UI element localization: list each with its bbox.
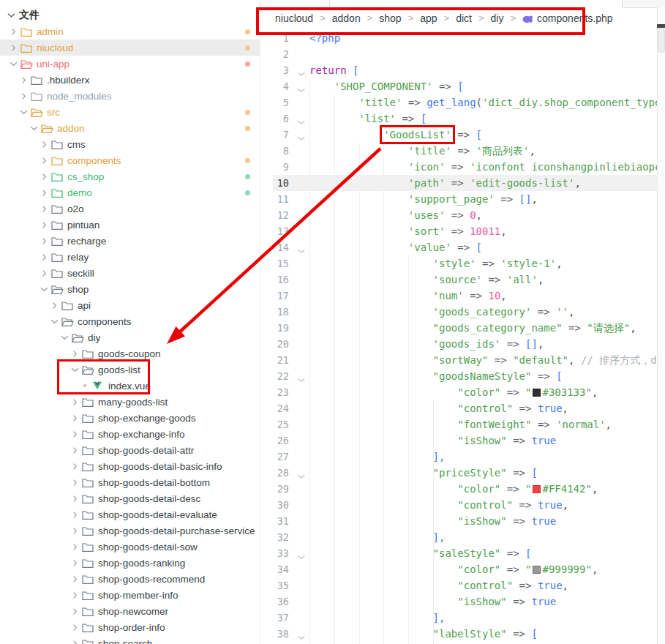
chevron-right-icon[interactable] xyxy=(49,300,59,310)
chevron-right-icon[interactable] xyxy=(69,542,80,552)
tree-item-addon[interactable]: addon xyxy=(0,120,260,136)
fold-chevron-icon[interactable] xyxy=(298,629,305,644)
tree-item-shop-goods-recommend[interactable]: shop-goods-recommend xyxy=(0,571,260,587)
tree-item-api[interactable]: api xyxy=(0,297,260,313)
tree-item-many-goods-list[interactable]: many-goods-list xyxy=(0,394,260,410)
code-line-content[interactable]: "labelStyle" => [ xyxy=(309,626,538,642)
code-line-content[interactable]: 'path' => 'edit-goods-list', xyxy=(309,175,581,191)
code-line-content[interactable]: 'sort' => 10011, xyxy=(309,223,507,239)
chevron-right-icon[interactable] xyxy=(69,509,80,520)
code-line-content[interactable]: 'value' => [ xyxy=(309,239,482,255)
chevron-right-icon[interactable] xyxy=(39,268,49,278)
code-line-content[interactable]: 'title' => get_lang('dict_diy.shop_compo… xyxy=(309,94,657,111)
code-line-content[interactable]: ], xyxy=(309,610,445,626)
chevron-right-icon[interactable] xyxy=(8,26,18,37)
chevron-right-icon[interactable] xyxy=(69,574,80,584)
chevron-right-icon[interactable] xyxy=(69,558,80,568)
tree-item-src[interactable]: src xyxy=(0,104,260,120)
tree-item-demo[interactable]: demo xyxy=(0,184,260,201)
chevron-down-icon[interactable] xyxy=(18,107,29,117)
code-line-content[interactable]: "isShow" => true xyxy=(309,433,556,449)
chevron-right-icon[interactable] xyxy=(39,171,49,181)
tree-item-shop[interactable]: shop xyxy=(0,281,260,297)
tree-item-uni-app[interactable]: uni-app xyxy=(0,56,260,72)
scrollbar-track[interactable] xyxy=(657,7,665,644)
code-line-content[interactable]: "color" => "#999999", xyxy=(309,561,598,577)
tree-item-o2o[interactable]: o2o xyxy=(0,201,260,217)
code-line-content[interactable]: "saleStyle" => [ xyxy=(309,545,531,561)
code-line-content[interactable]: "priceStyle" => [ xyxy=(309,465,538,481)
chevron-right-icon[interactable] xyxy=(69,525,80,536)
chevron-right-icon[interactable] xyxy=(39,252,49,262)
tree-item-recharge[interactable]: recharge xyxy=(0,233,260,249)
chevron-right-icon[interactable] xyxy=(69,493,80,503)
breadcrumb-item-diy[interactable]: diy xyxy=(491,12,504,24)
tree-item-shop-exchange-info[interactable]: shop-exchange-info xyxy=(0,426,260,442)
code-line-content[interactable]: "sortWay" => "default", // 排序方式，defaul xyxy=(309,352,657,368)
tree-item-shop-search[interactable]: shop-search xyxy=(0,635,260,644)
chevron-right-icon[interactable] xyxy=(69,606,80,616)
chevron-down-icon[interactable] xyxy=(49,316,59,326)
code-line-content[interactable]: return [ xyxy=(309,62,358,78)
chevron-right-icon[interactable] xyxy=(69,348,80,359)
chevron-right-icon[interactable] xyxy=(39,139,49,149)
chevron-right-icon[interactable] xyxy=(39,155,49,165)
code-line-content[interactable]: 'num' => 10, xyxy=(309,288,507,304)
code-line-content[interactable]: "control" => true, xyxy=(309,400,568,416)
tree-item-shop-goods-detail-evaluate[interactable]: shop-goods-detail-evaluate xyxy=(0,506,260,523)
chevron-right-icon[interactable] xyxy=(69,590,80,600)
tree-item-shop-goods-detail-attr[interactable]: shop-goods-detail-attr xyxy=(0,442,260,458)
code-line-content[interactable]: ], xyxy=(309,529,445,545)
code-line-content[interactable]: 'source' => 'all', xyxy=(309,272,544,288)
code-line-content[interactable]: 'list' => [ xyxy=(309,111,427,127)
code-line-content[interactable]: <?php xyxy=(309,30,340,46)
code-line-content[interactable]: "goods_category_name" => "请选择", xyxy=(309,320,636,336)
tree-item-index.vue[interactable]: index.vue xyxy=(0,378,260,394)
chevron-down-icon[interactable] xyxy=(6,10,16,20)
chevron-down-icon[interactable] xyxy=(69,364,80,375)
code-line-content[interactable]: ], xyxy=(309,449,445,465)
code-line-content[interactable]: 'style' => 'style-1', xyxy=(309,255,563,272)
tree-item-shop-newcomer[interactable]: shop-newcomer xyxy=(0,603,260,619)
chevron-right-icon[interactable] xyxy=(69,397,80,407)
tree-item-shop-goods-detail-sow[interactable]: shop-goods-detail-sow xyxy=(0,539,260,555)
breadcrumb-item-components.php[interactable]: components.php xyxy=(522,12,613,24)
code-line-content[interactable]: 'GoodsList' => [ xyxy=(309,127,482,143)
tree-item-niucloud[interactable]: niucloud xyxy=(0,40,260,56)
tree-item-components[interactable]: components xyxy=(0,313,260,329)
chevron-right-icon[interactable] xyxy=(18,75,29,85)
tree-item-goods-coupon[interactable]: goods-coupon xyxy=(0,345,260,362)
chevron-down-icon[interactable] xyxy=(8,59,18,69)
chevron-right-icon[interactable] xyxy=(69,622,80,632)
tree-item-shop-goods-detail-desc[interactable]: shop-goods-detail-desc xyxy=(0,490,260,506)
code-line-content[interactable]: 'goods_category' => '', xyxy=(309,304,574,320)
tree-item-shop-order-info[interactable]: shop-order-info xyxy=(0,619,260,635)
breadcrumb-item-niucloud[interactable]: niucloud xyxy=(275,12,313,24)
chevron-right-icon[interactable] xyxy=(39,236,49,246)
tree-item-node_modules[interactable]: node_modules xyxy=(0,88,260,104)
code-line-content[interactable]: "isShow" => true xyxy=(309,594,556,610)
code-line-content[interactable]: 'support_page' => [], xyxy=(309,191,538,207)
tree-root-item[interactable]: 文件 xyxy=(0,7,260,23)
chevron-right-icon[interactable] xyxy=(69,461,80,471)
breadcrumb-item-dict[interactable]: dict xyxy=(456,12,472,24)
code-line-content[interactable]: 'uses' => 0, xyxy=(309,207,482,223)
tree-item-cms[interactable]: cms xyxy=(0,136,260,152)
chevron-down-icon[interactable] xyxy=(59,332,69,342)
chevron-right-icon[interactable] xyxy=(39,203,49,214)
code-line-content[interactable]: "control" => true, xyxy=(309,577,568,594)
chevron-right-icon[interactable] xyxy=(39,220,49,230)
tree-item-shop-member-info[interactable]: shop-member-info xyxy=(0,587,260,603)
breadcrumb-item-shop[interactable]: shop xyxy=(379,12,401,24)
tree-item-goods-list[interactable]: goods-list xyxy=(0,362,260,378)
code-line-content[interactable]: 'SHOP_COMPONENT' => [ xyxy=(309,78,464,94)
scrollbar-thumb[interactable] xyxy=(658,28,665,53)
tree-item-relay[interactable]: relay xyxy=(0,249,260,265)
chevron-right-icon[interactable] xyxy=(39,187,49,198)
code-line-content[interactable]: "color" => "#303133", xyxy=(309,384,598,400)
code-line-content[interactable]: "control" => true, xyxy=(309,497,568,513)
tree-item-seckill[interactable]: seckill xyxy=(0,265,260,281)
tree-item-shop-goods-detail-basic-info[interactable]: shop-goods-detail-basic-info xyxy=(0,458,260,474)
breadcrumb-item-addon[interactable]: addon xyxy=(332,12,361,24)
tree-item-admin[interactable]: admin xyxy=(0,23,260,40)
